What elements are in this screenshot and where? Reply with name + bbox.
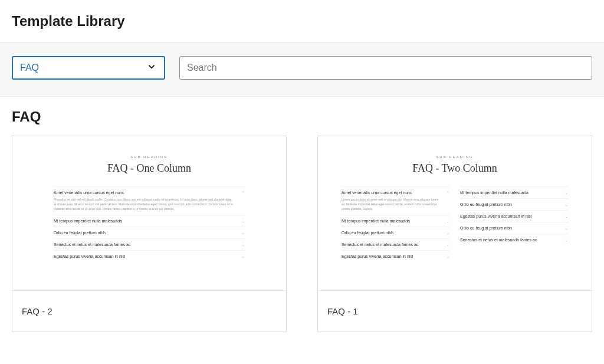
accordion-item: Senectus et netus et malesuada fames ac … [54, 238, 245, 250]
preview-title: FAQ - One Column [107, 162, 191, 175]
chevron-up-icon: ⌃ [242, 191, 245, 195]
accordion-question: Mi tempus imperdiet nulla malesuada [460, 191, 528, 195]
chevron-down-icon: ⌄ [242, 254, 245, 258]
chevron-down-icon: ⌄ [242, 231, 245, 235]
preview-col-left: Amet venenatis urna cursus eget nunc ⌃ L… [342, 186, 449, 262]
accordion-header: Egestas purus viverra accumsan in nisl⌄ [342, 254, 449, 258]
chevron-up-icon: ⌃ [447, 191, 449, 195]
accordion-question: Odio eu feugiat pretium nibh [342, 231, 393, 235]
accordion-header: Odio eu feugiat pretium nibh⌄ [342, 231, 449, 235]
accordion-item: Mi tempus imperdiet nulla malesuada⌄ [460, 186, 568, 198]
preview-two-col: Amet venenatis urna cursus eget nunc ⌃ L… [336, 186, 574, 262]
accordion-item: Odio eu feugiat pretium nibh ⌄ [54, 227, 245, 238]
accordion-question: Egestas purus viverra accumsan in nisl [460, 214, 531, 218]
accordion-body: Phasellus at nibh vel mi blandit mollis.… [54, 197, 245, 211]
page-title: Template Library [12, 13, 592, 29]
chevron-down-icon [146, 61, 157, 74]
preview-title: FAQ - Two Column [412, 162, 497, 175]
accordion-body: Lorem ipsum dolor sit amet velit a volut… [342, 197, 449, 211]
accordion-question: Egestas purus viverra accumsan in nisl [54, 254, 125, 258]
chevron-down-icon: ⌄ [242, 242, 245, 247]
chevron-down-icon: ⌄ [242, 219, 245, 223]
preview-subheading: SUB HEADING [436, 155, 473, 159]
accordion-header: Senectus et netus et malesuada fames ac⌄ [342, 242, 449, 247]
accordion-item: Odio eu feugiat pretium nibh⌄ [460, 198, 568, 210]
template-preview: SUB HEADING FAQ - Two Column Amet venena… [318, 136, 592, 291]
accordion-question: Mi tempus imperdiet nulla malesuada [54, 219, 122, 223]
accordion-item: Senectus et netus et malesuada fames ac⌄ [342, 238, 449, 250]
accordion-header: Odio eu feugiat pretium nibh⌄ [460, 226, 568, 230]
accordion-question: Egestas purus viverra accumsan in nisl [342, 254, 413, 258]
chevron-down-icon: ⌄ [565, 226, 568, 230]
accordion-header: Mi tempus imperdiet nulla malesuada⌄ [460, 191, 568, 195]
accordion-header: Amet venenatis urna cursus eget nunc ⌃ [342, 191, 449, 195]
accordion-header: Senectus et netus et malesuada fames ac⌄ [460, 238, 568, 242]
chevron-down-icon: ⌄ [447, 219, 449, 223]
accordion-item: Egestas purus viverra accumsan in nisl ⌄ [54, 250, 245, 262]
template-preview: SUB HEADING FAQ - One Column Amet venena… [12, 136, 286, 291]
accordion-question: Mi tempus imperdiet nulla malesuada [342, 219, 410, 223]
section-title: FAQ [12, 109, 592, 125]
preview-accordion: Amet venenatis urna cursus eget nunc ⌃ P… [30, 186, 268, 262]
chevron-down-icon: ⌄ [447, 254, 449, 258]
accordion-item: Amet venenatis urna cursus eget nunc ⌃ P… [54, 186, 245, 215]
category-dropdown[interactable]: FAQ [12, 56, 165, 80]
search-input[interactable] [187, 63, 585, 73]
accordion-item: Mi tempus imperdiet nulla malesuada⌄ [342, 215, 449, 227]
accordion-question: Senectus et netus et malesuada fames ac [342, 242, 418, 247]
accordion-question: Odio eu feugiat pretium nibh [54, 231, 106, 235]
accordion-item: Odio eu feugiat pretium nibh⌄ [460, 222, 568, 234]
template-card[interactable]: SUB HEADING FAQ - Two Column Amet venena… [317, 136, 592, 332]
accordion-header: Egestas purus viverra accumsan in nisl ⌄ [54, 254, 245, 258]
accordion-item: Senectus et netus et malesuada fames ac⌄ [460, 234, 568, 245]
content-area: FAQ SUB HEADING FAQ - One Column Amet ve… [0, 97, 604, 344]
accordion-item: Odio eu feugiat pretium nibh⌄ [342, 227, 449, 238]
accordion-header: Egestas purus viverra accumsan in nisl⌄ [460, 214, 568, 218]
accordion-header: Senectus et netus et malesuada fames ac … [54, 242, 245, 247]
chevron-down-icon: ⌄ [447, 242, 449, 247]
preview-col-right: Mi tempus imperdiet nulla malesuada⌄ Odi… [460, 186, 568, 262]
chevron-down-icon: ⌄ [565, 191, 568, 195]
page-header: Template Library [0, 0, 604, 42]
preview-subheading: SUB HEADING [130, 155, 168, 159]
template-card[interactable]: SUB HEADING FAQ - One Column Amet venena… [12, 136, 287, 332]
accordion-question: Senectus et netus et malesuada fames ac [54, 242, 130, 247]
chevron-down-icon: ⌄ [447, 231, 449, 235]
accordion-question: Amet venenatis urna cursus eget nunc [54, 191, 124, 195]
accordion-header: Odio eu feugiat pretium nibh ⌄ [54, 231, 245, 235]
accordion-item: Mi tempus imperdiet nulla malesuada ⌄ [54, 215, 245, 227]
accordion-header: Mi tempus imperdiet nulla malesuada ⌄ [54, 219, 245, 223]
accordion-question: Amet venenatis urna cursus eget nunc [342, 191, 412, 195]
template-label: FAQ - 1 [318, 291, 592, 332]
accordion-question: Odio eu feugiat pretium nibh [460, 202, 512, 206]
template-label: FAQ - 2 [12, 291, 286, 332]
accordion-header: Mi tempus imperdiet nulla malesuada⌄ [342, 219, 449, 223]
filter-bar: FAQ [0, 42, 604, 97]
accordion-question: Odio eu feugiat pretium nibh [460, 226, 512, 230]
accordion-question: Senectus et netus et malesuada fames ac [460, 238, 537, 242]
accordion-header: Odio eu feugiat pretium nibh⌄ [460, 202, 568, 206]
chevron-down-icon: ⌄ [565, 214, 568, 218]
chevron-down-icon: ⌄ [565, 238, 568, 242]
accordion-item: Amet venenatis urna cursus eget nunc ⌃ L… [342, 186, 449, 215]
accordion-header: Amet venenatis urna cursus eget nunc ⌃ [54, 191, 245, 195]
accordion-item: Egestas purus viverra accumsan in nisl⌄ [342, 250, 449, 262]
accordion-item: Egestas purus viverra accumsan in nisl⌄ [460, 210, 568, 222]
dropdown-selected-label: FAQ [20, 63, 146, 73]
chevron-down-icon: ⌄ [565, 202, 568, 206]
template-grid: SUB HEADING FAQ - One Column Amet venena… [12, 136, 592, 332]
search-field-wrap [179, 56, 592, 80]
